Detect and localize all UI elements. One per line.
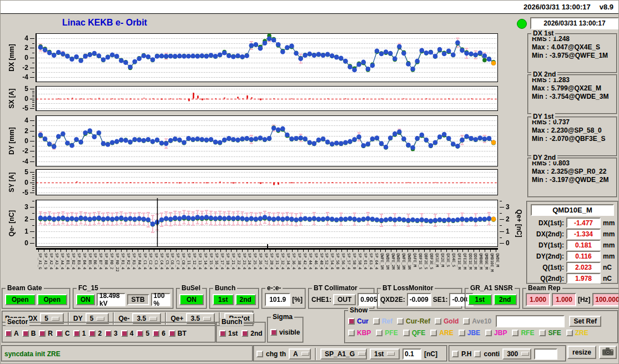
a-select[interactable]: A (289, 348, 311, 360)
bunch-order-select[interactable]: 1st (370, 348, 400, 360)
stat-box-title: DX 2nd (531, 70, 557, 78)
sector-4-checkbox[interactable] (121, 330, 128, 337)
show-jbe-checkbox[interactable] (459, 330, 465, 336)
qmd-row: DY(2nd):0.116mm (527, 250, 617, 261)
show-entry-input[interactable] (496, 315, 565, 327)
sector-2-checkbox[interactable] (89, 330, 95, 337)
sector-3-item: 3 (105, 330, 118, 337)
fc15-kv-field: 18.498 kV (97, 293, 125, 306)
aux-input[interactable] (534, 348, 557, 360)
show-ref-checkbox[interactable] (373, 318, 380, 325)
group-beam-rep: Beam Rep 1.000 1.000 [Hz] 100.000 [%] (522, 288, 619, 309)
ee-ratio-field: 101.9 (265, 293, 290, 306)
qmd-unit: mm (603, 241, 615, 249)
bunch-1st-checkbox[interactable] (219, 330, 226, 337)
sector-a-label: A (14, 330, 19, 337)
resize-button[interactable]: resize (567, 346, 596, 359)
show-are-label: ARE (439, 329, 453, 337)
che1-out-button[interactable]: OUT (333, 294, 356, 305)
gr-2nd-button[interactable]: 2nd (494, 294, 517, 305)
show-pfe-checkbox[interactable] (376, 330, 383, 336)
sector-r-checkbox[interactable] (39, 330, 46, 337)
show-rfe-checkbox[interactable] (512, 330, 519, 336)
gr-1st-button[interactable]: 1st (468, 294, 492, 305)
sector-3-checkbox[interactable] (105, 330, 112, 337)
camera-button[interactable] (599, 346, 617, 359)
beam-rep-field-1: 1.000 (526, 293, 550, 306)
bunch-2nd-button[interactable]: 2nd (235, 294, 256, 305)
fc15-stb-button[interactable]: STB (127, 294, 149, 305)
bunch-2nd-checkbox[interactable] (241, 330, 248, 337)
option-menu-dash (203, 317, 211, 321)
sector-b-checkbox[interactable] (22, 330, 29, 337)
beam-gate-open-button-2[interactable]: Open (37, 294, 68, 305)
se1-label: SE1: (433, 296, 448, 304)
show-are-checkbox[interactable] (430, 330, 437, 336)
show-qfe-checkbox[interactable] (403, 330, 410, 336)
show-cur-ref-checkbox[interactable] (397, 318, 404, 325)
qmd-label: Q(1st): (529, 264, 564, 271)
show-ave10-checkbox[interactable] (463, 318, 470, 325)
conti-label: conti (484, 350, 500, 358)
fc15-on-button[interactable]: ON (76, 294, 95, 305)
page-title: Linac KEKB e- Orbit (62, 18, 147, 28)
qmd-row: Q(2nd):1.978nC (527, 272, 617, 284)
sector-2-label: 2 (98, 330, 102, 337)
set-ref-button[interactable]: Set Ref (569, 316, 601, 327)
group-label: GR_A1 SNSR (469, 284, 515, 292)
sector-c-checkbox[interactable] (56, 330, 63, 337)
show-jbe-item: JBE (459, 329, 480, 337)
beam-gate-open-button-1[interactable]: Open (5, 294, 36, 305)
option-menu-dash (301, 352, 309, 356)
control-row-1: Beam Gate Open Open FC_15 ON 18.498 kV S… (2, 288, 619, 309)
sector-a-checkbox[interactable] (5, 330, 12, 337)
sigma-visible-checkbox[interactable] (270, 329, 277, 336)
ph-checkbox[interactable] (452, 351, 459, 357)
option-menu-dash (387, 352, 395, 356)
show-cur-checkbox[interactable] (348, 318, 355, 325)
show-ave10-item: Ave10 (463, 317, 491, 325)
sector-1-label: 1 (82, 330, 86, 337)
show-rfe-label: RFE (521, 329, 534, 337)
show-sfe-item: SFE (539, 329, 561, 337)
show-kbp-label: KBP (357, 329, 371, 337)
stat-min: Min :-2.070@QBF3E_S (529, 134, 616, 143)
stat-box-dy-1st: DY 1st RMS :0.737 Max :2.230@SP_58_0 Min… (527, 117, 617, 156)
orbit-plots-canvas[interactable] (0, 31, 525, 287)
qmd-value-field: 2.023 (566, 262, 601, 272)
conti-checkbox[interactable] (474, 351, 481, 357)
group-label: Bunch (213, 284, 237, 292)
sector-5-checkbox[interactable] (137, 330, 143, 337)
bunch-2nd-label: 2nd (250, 330, 262, 337)
sector-a-item: A (5, 330, 19, 337)
sector-1-checkbox[interactable] (73, 330, 80, 337)
sector-6-checkbox[interactable] (153, 330, 159, 337)
show-gold-checkbox[interactable] (435, 318, 441, 325)
show-sfe-checkbox[interactable] (539, 330, 546, 336)
busel-on-button[interactable]: ON (179, 294, 204, 305)
show-zre-checkbox[interactable] (566, 330, 573, 336)
group-label: Beam Gate (6, 284, 44, 292)
qmd-value-field: -1.334 (566, 229, 601, 239)
stat-max: Max :4.047@QX4E_S (529, 43, 616, 51)
threshold-input[interactable] (402, 348, 421, 360)
sector-3-label: 3 (114, 330, 118, 337)
sector-2-item: 2 (89, 330, 102, 337)
option-menu-dash (149, 317, 157, 321)
stat-min: Min :-3.197@QWDE_2M (529, 175, 616, 184)
sector-6-label: 6 (162, 330, 165, 337)
show-kbp-checkbox[interactable] (348, 330, 355, 336)
chg-th-checkbox[interactable] (256, 351, 263, 357)
bunch-1st-item: 1st (219, 330, 238, 337)
beam-rep-percent-field: 100.000 (592, 293, 619, 306)
group-label: Sector (6, 318, 29, 326)
interval-select[interactable]: 300 (502, 348, 531, 360)
bunch-1st-button[interactable]: 1st (213, 294, 234, 305)
qxd2e-field: -0.009 (407, 293, 431, 306)
sector-1-item: 1 (73, 330, 86, 337)
group-label: Bunch (220, 318, 244, 326)
sector-bt-checkbox[interactable] (169, 330, 175, 337)
sp-select[interactable]: SP_A1_G (320, 348, 367, 360)
show-jbp-checkbox[interactable] (485, 330, 492, 336)
status-controls-panel-2: P.H conti 300 (449, 345, 566, 362)
